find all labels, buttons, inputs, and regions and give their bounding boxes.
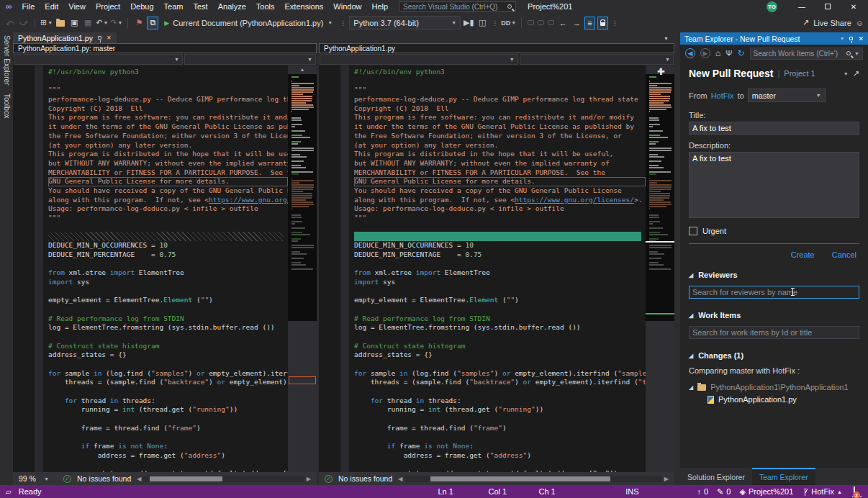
changes-section-header[interactable]: ◢ Changes (1) xyxy=(689,351,859,360)
code-line[interactable]: empty_element = ElementTree.Element ("") xyxy=(48,296,288,305)
background-tasks-icon[interactable]: ▱ xyxy=(6,488,12,496)
toolbar-overflow-grip[interactable]: ⋮ xyxy=(340,19,345,27)
code-line[interactable]: frame = thread.find ("frame") xyxy=(354,424,646,433)
code-line[interactable]: # Read performance log from STDIN xyxy=(48,314,288,324)
save-icon[interactable]: ▣ xyxy=(68,17,80,30)
code-line[interactable] xyxy=(354,360,646,369)
auto-hide-pin-icon[interactable] xyxy=(849,37,853,40)
reviewers-section-header[interactable]: ◢ Reviewers xyxy=(689,271,859,279)
quick-search-box[interactable]: Search Visual Studio (Ctrl+Q) xyxy=(399,1,516,12)
work-items-search-box[interactable]: Search Work Items (Ctrl+') ▼ xyxy=(750,47,863,60)
code-line[interactable] xyxy=(48,433,288,443)
code-line[interactable]: Usage: performance-log-deduce.py < infil… xyxy=(354,204,646,214)
code-line[interactable]: running = int (thread.get ("running")) xyxy=(48,405,288,415)
close-button[interactable]: ✕ xyxy=(841,0,867,13)
code-line[interactable]: #!/usr/bin/env python3 xyxy=(48,68,288,77)
code-line[interactable]: (at your option) any later version. xyxy=(354,141,646,150)
code-line[interactable]: Copyright (C) 2018 Ell xyxy=(354,104,646,114)
menu-test[interactable]: Test xyxy=(189,1,213,12)
code-line[interactable]: Usage: performance-log-deduce.py < infil… xyxy=(48,204,288,214)
code-line[interactable]: import sys xyxy=(48,278,288,287)
new-project-icon[interactable]: ⊞▼ xyxy=(40,17,53,30)
window-position-icon[interactable]: ▼ xyxy=(840,36,845,41)
code-line[interactable]: log = ElementTree.fromstring (sys.stdin.… xyxy=(48,323,288,332)
menu-analyze[interactable]: Analyze xyxy=(213,1,251,12)
code-line[interactable] xyxy=(48,387,288,397)
code-line[interactable]: but WITHOUT ANY WARRANTY; without even t… xyxy=(48,159,288,168)
code-line[interactable]: DEDUCE_MIN_N_OCCURRENCES = 10 xyxy=(354,241,646,250)
open-folder-icon[interactable] xyxy=(55,17,66,30)
code-line[interactable]: GNU General Public License for more deta… xyxy=(48,177,288,186)
code-line[interactable]: address = frame.get ("address") xyxy=(354,451,646,461)
code-line[interactable]: # Construct state histogram xyxy=(48,342,288,351)
documents-dd-button[interactable]: DD▼ xyxy=(501,17,516,30)
notifications-button[interactable]: 2 xyxy=(854,487,855,496)
code-line[interactable] xyxy=(354,305,646,314)
redo-icon[interactable]: ↷▼ xyxy=(110,17,122,30)
menu-project[interactable]: Project xyxy=(91,1,125,12)
code-line[interactable]: """ xyxy=(354,86,646,95)
code-line[interactable]: states = address_states.setdefault (addr… xyxy=(48,469,288,472)
feedback-icon[interactable]: ☺ xyxy=(856,19,864,27)
scroll-left-icon[interactable]: ◀ xyxy=(137,476,141,482)
code-line[interactable] xyxy=(354,433,646,443)
code-line[interactable]: DEDUCE_MIN_PERCENTAGE = 0.75 xyxy=(354,250,646,260)
toolbar-overflow-grip-2[interactable]: ⋮ xyxy=(492,19,497,27)
code-line[interactable]: empty_element = ElementTree.Element ("") xyxy=(354,296,646,305)
code-line[interactable]: along with this program. If not, see <ht… xyxy=(48,196,288,205)
code-line[interactable] xyxy=(354,259,646,268)
code-line[interactable]: for thread in threads: xyxy=(48,397,288,406)
changes-file-row[interactable]: PythonApplication1.py xyxy=(689,395,859,404)
changes-folder-row[interactable]: ◢ PythonApplication1\PythonApplication1 xyxy=(689,383,859,391)
previous-difference-icon[interactable]: ← xyxy=(557,17,569,30)
pin-icon[interactable] xyxy=(98,36,101,40)
code-line[interactable]: the Free Software Foundation; either ver… xyxy=(354,132,646,141)
code-line[interactable]: threads = (sample.find ("backtrace") or … xyxy=(354,378,646,387)
scrollbar-thumb[interactable] xyxy=(150,476,222,481)
source-branch-link[interactable]: HotFix xyxy=(711,91,734,100)
code-line[interactable]: for sample in (log.find ("samples") or e… xyxy=(354,369,646,379)
code-line[interactable] xyxy=(354,223,646,232)
next-comment-icon[interactable] xyxy=(538,20,544,25)
code-line[interactable]: for thread in threads: xyxy=(354,397,646,406)
undock-icon[interactable]: ↗ xyxy=(853,69,859,78)
code-line[interactable]: address = frame.get ("address") xyxy=(48,451,288,461)
tab-team-explorer[interactable]: Team Explorer xyxy=(752,468,815,485)
window-layout-icon[interactable]: ◫ xyxy=(476,17,488,30)
scrollbar-thumb-right[interactable] xyxy=(430,476,610,481)
code-line[interactable]: # Read performance log from STDIN xyxy=(354,314,646,324)
code-line[interactable]: #!/usr/bin/env python3 xyxy=(354,68,646,77)
maximize-button[interactable] xyxy=(815,0,841,13)
reviewers-search-input[interactable] xyxy=(689,286,859,299)
code-editor-right[interactable]: #!/usr/bin/env python3"""performance-log… xyxy=(349,65,646,472)
project-dropdown-right[interactable]: ▼ xyxy=(320,54,518,65)
menu-edit[interactable]: Edit xyxy=(40,1,63,12)
pr-title-input[interactable] xyxy=(689,122,859,135)
navigate-back-icon[interactable]: ⤺ xyxy=(4,17,16,30)
lock-scrolling-toggle[interactable] xyxy=(597,17,608,30)
code-line[interactable]: frame = thread.find ("frame") xyxy=(48,424,288,433)
code-line[interactable]: from xml.etree import ElementTree xyxy=(48,268,288,278)
code-line[interactable]: address_states = {} xyxy=(354,350,646,360)
code-line[interactable]: This program is free software: you can r… xyxy=(48,113,288,122)
menu-file[interactable]: File xyxy=(17,1,40,12)
scroll-right-icon-right[interactable]: ▶ xyxy=(664,476,669,482)
code-line[interactable] xyxy=(354,287,646,296)
inline-diff-toggle[interactable]: ≡ xyxy=(584,17,595,30)
code-line[interactable] xyxy=(48,360,288,369)
code-line[interactable]: log = ElementTree.fromstring (sys.stdin.… xyxy=(354,323,646,332)
menu-tools[interactable]: Tools xyxy=(251,1,280,12)
close-tab-icon[interactable]: ✕ xyxy=(107,35,112,41)
member-dropdown[interactable]: ▼ xyxy=(184,54,316,65)
code-line[interactable]: for sample in (log.find ("samples") or e… xyxy=(48,369,288,379)
breakpoint-gutter[interactable] xyxy=(13,65,35,472)
scrollbar-map-left[interactable]: ▲ xyxy=(288,65,317,472)
create-button[interactable]: Create xyxy=(791,250,815,259)
git-changes-icon[interactable]: ⚑ xyxy=(133,17,145,30)
pending-edits-indicator[interactable]: ✎ 0 xyxy=(717,487,731,497)
toggle-comments-icon[interactable] xyxy=(548,20,554,25)
undo-icon[interactable]: ↶▼ xyxy=(96,17,108,30)
code-line[interactable] xyxy=(354,332,646,342)
code-line[interactable]: DEDUCE_MIN_N_OCCURRENCES = 10 xyxy=(48,241,288,250)
project-dropdown[interactable]: ▼ xyxy=(14,54,183,65)
